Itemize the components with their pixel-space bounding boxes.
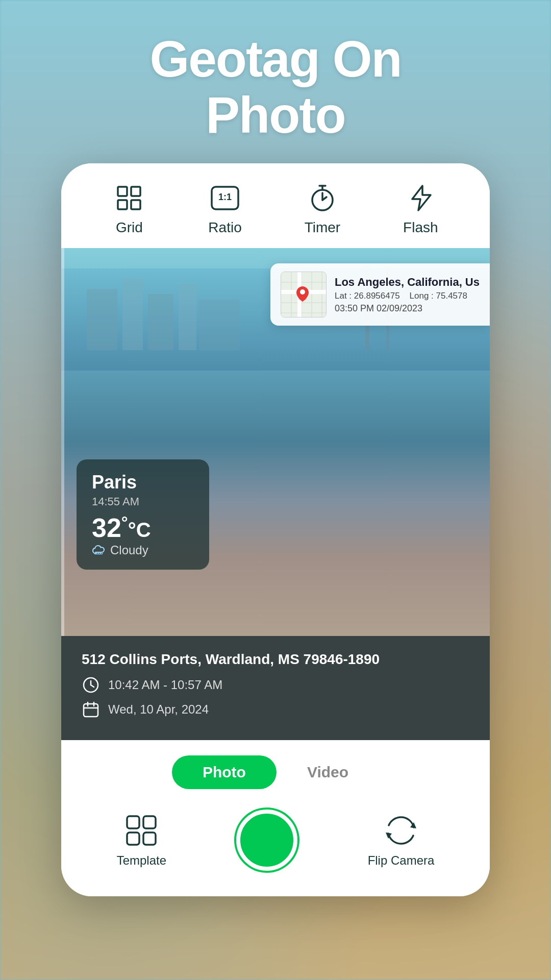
svg-rect-2 [118,200,127,209]
svg-rect-43 [143,832,156,845]
weather-time: 14:55 AM [92,495,194,508]
flash-label: Flash [403,219,438,236]
flip-camera-label: Flip Camera [368,853,435,868]
camera-view: Los Angeles, California, Us Lat : 26.895… [61,248,490,636]
flip-camera-button[interactable]: Flip Camera [368,813,435,868]
page-title: Geotag On Photo [0,0,551,163]
svg-rect-14 [148,294,173,350]
flash-icon [404,182,437,214]
ratio-label: Ratio [208,219,241,236]
grid-icon [113,182,145,214]
svg-rect-13 [122,279,143,350]
ratio-icon: 1:1 [209,182,241,214]
weather-temp-row: 32°°C [92,512,194,543]
toolbar-item-grid[interactable]: Grid [113,182,145,236]
svg-rect-16 [199,299,240,350]
svg-line-35 [91,685,94,687]
svg-point-32 [300,289,305,295]
svg-rect-3 [131,200,140,209]
svg-rect-41 [143,816,156,828]
svg-rect-15 [179,284,196,350]
template-label: Template [117,853,166,868]
title-line1: Geotag On [149,30,401,87]
weather-temperature: 32°°C [92,512,151,543]
svg-text:1:1: 1:1 [218,192,232,202]
svg-rect-36 [84,704,98,717]
address-time: 10:42 AM - 10:57 AM [82,676,469,694]
svg-rect-12 [87,289,117,350]
timer-label: Timer [305,219,341,236]
svg-rect-42 [127,832,139,845]
bottom-bar: Template Flip Camera [61,799,490,896]
grid-label: Grid [116,219,143,236]
address-bar: 512 Collins Ports, Wardland, MS 79846-18… [61,636,490,740]
svg-rect-40 [127,816,139,828]
timer-icon [306,182,339,214]
address-street: 512 Collins Ports, Wardland, MS 79846-18… [82,651,469,668]
map-thumbnail [281,272,327,317]
svg-rect-0 [118,187,127,196]
geotag-overlay: Los Angeles, California, Us Lat : 26.895… [270,263,490,326]
weather-overlay: Paris 14:55 AM 32°°C Cloudy [77,459,209,570]
camera-border [61,248,64,636]
clock-icon [82,676,100,694]
geotag-coords: Lat : 26.8956475 Long : 75.4578 [335,291,480,301]
flip-camera-icon [383,813,419,848]
template-icon [123,813,159,848]
geotag-city: Los Angeles, California, Us [335,276,480,289]
geotag-datetime: 03:50 PM 02/09/2023 [335,303,480,314]
toolbar-item-timer[interactable]: Timer [305,182,341,236]
video-mode-button[interactable]: Video [277,755,379,789]
address-date: Wed, 10 Apr, 2024 [82,700,469,719]
geotag-info: Los Angeles, California, Us Lat : 26.895… [335,276,480,314]
toolbar: Grid 1:1 Ratio Timer [61,163,490,248]
title-line2: Photo [206,86,345,143]
toolbar-item-ratio[interactable]: 1:1 Ratio [208,182,241,236]
weather-description: Cloudy [92,543,194,557]
phone-card: Grid 1:1 Ratio Timer [61,163,490,896]
svg-rect-1 [131,187,140,196]
toolbar-item-flash[interactable]: Flash [403,182,438,236]
template-button[interactable]: Template [117,813,166,868]
calendar-icon [82,700,100,719]
mode-toggle: Photo Video [61,740,490,799]
photo-mode-button[interactable]: Photo [172,755,277,789]
weather-city: Paris [92,472,194,493]
shutter-button[interactable] [236,810,297,871]
